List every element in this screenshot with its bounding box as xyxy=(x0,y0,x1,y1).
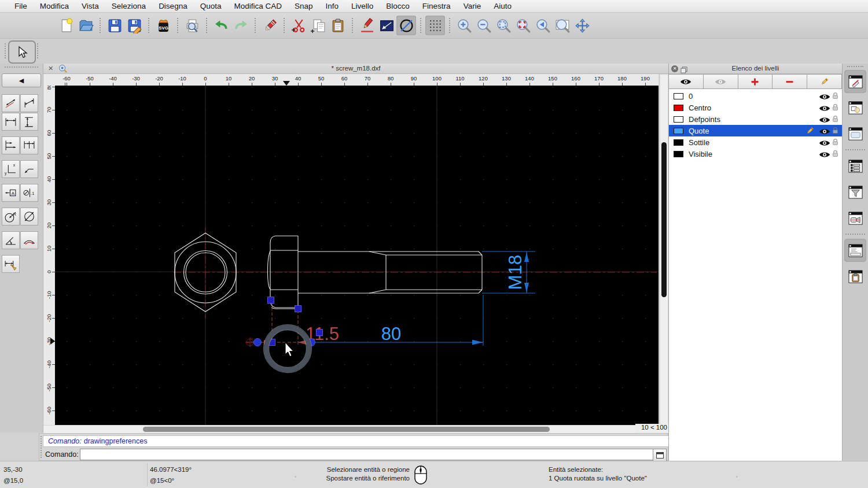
vertical-scrollbar-thumb[interactable] xyxy=(661,142,667,297)
menu-item-varie[interactable]: Varie xyxy=(457,2,488,10)
zoom-out-button[interactable] xyxy=(474,16,494,35)
dim-leader-button[interactable] xyxy=(20,160,38,178)
layer-visibility-icon[interactable] xyxy=(818,150,831,161)
redo-button[interactable] xyxy=(231,16,251,35)
paste-button[interactable] xyxy=(328,16,348,35)
panel-drag-handle[interactable] xyxy=(847,66,863,67)
command-input[interactable] xyxy=(80,449,654,460)
menu-item-file[interactable]: File xyxy=(8,2,34,10)
drawing-canvas[interactable]: M18 80 11.5 xyxy=(55,86,659,425)
layer-row-defpoints[interactable]: Defpoints xyxy=(669,113,842,125)
zoom-selected-button[interactable] xyxy=(513,16,533,35)
absolute-polar: 46.0977<319° xyxy=(150,466,192,473)
copy-button[interactable] xyxy=(308,16,328,35)
dim-vertical-button[interactable] xyxy=(20,113,38,131)
new-file-button[interactable] xyxy=(56,16,76,35)
menu-item-livello[interactable]: Livello xyxy=(345,2,380,10)
menu-item-quota[interactable]: Quota xyxy=(194,2,228,10)
layer-row-0[interactable]: 0 xyxy=(669,90,842,102)
grid-toggle-button[interactable] xyxy=(425,16,445,35)
menu-item-disegna[interactable]: Disegna xyxy=(152,2,194,10)
horizontal-scrollbar[interactable] xyxy=(43,425,635,433)
zoom-previous-button[interactable] xyxy=(533,16,553,35)
zoom-pan-button[interactable] xyxy=(572,16,592,35)
circle-2p-button[interactable] xyxy=(396,16,416,35)
panel-drag-handle[interactable] xyxy=(41,436,42,458)
save-button[interactable] xyxy=(105,16,124,35)
hide-all-layers-button[interactable] xyxy=(703,74,738,89)
dim-diametric-button[interactable] xyxy=(20,208,38,225)
horizontal-scrollbar-thumb[interactable] xyxy=(143,427,550,432)
cut-button[interactable] xyxy=(289,16,308,35)
menu-item-modifica[interactable]: Modifica xyxy=(34,2,75,10)
dock-pen-button[interactable] xyxy=(844,70,866,93)
dim-ordinate-button[interactable]: xy xyxy=(2,160,20,178)
edit-layer-icon[interactable] xyxy=(806,127,814,137)
ruler-label-x-130: 130 xyxy=(495,75,518,82)
menu-item-blocco[interactable]: Blocco xyxy=(380,2,416,10)
layer-lock-icon[interactable] xyxy=(832,150,839,159)
pointer-tool-button[interactable] xyxy=(8,40,36,64)
undo-button[interactable] xyxy=(211,16,231,35)
toolbar-drag-handle[interactable] xyxy=(37,43,38,58)
zoom-in-button[interactable] xyxy=(454,16,474,35)
dim-aligned-button[interactable] xyxy=(2,94,20,112)
dock-filter-button[interactable] xyxy=(844,180,866,204)
layer-row-centro[interactable]: Centro xyxy=(669,102,842,113)
dim-modify-button[interactable] xyxy=(2,255,20,273)
layer-lock-icon[interactable] xyxy=(832,103,839,113)
back-button[interactable]: ◀ xyxy=(2,73,41,87)
svg-export-button[interactable]: SVG xyxy=(153,16,173,35)
dock-library-button[interactable] xyxy=(844,122,866,145)
centerlines[interactable] xyxy=(174,227,657,318)
remove-layer-button[interactable] xyxy=(772,74,807,89)
dim-continue-button[interactable] xyxy=(20,136,38,154)
line-2p-button[interactable] xyxy=(377,16,396,35)
menu-item-finestra[interactable]: Finestra xyxy=(416,2,457,10)
dock-list-button[interactable] xyxy=(844,154,866,178)
selection-grips[interactable] xyxy=(254,297,323,346)
menu-item-modifica-cad[interactable]: Modifica CAD xyxy=(227,2,288,10)
zoom-auto-button[interactable] xyxy=(494,16,513,35)
dock-clipboard-button[interactable] xyxy=(844,265,866,288)
dim-radial-button[interactable]: R xyxy=(2,208,20,225)
dock-view-button[interactable] xyxy=(844,206,866,230)
dim-label-button[interactable]: A xyxy=(2,184,20,202)
save-as-button[interactable] xyxy=(124,16,144,35)
menu-item-snap[interactable]: Snap xyxy=(288,2,319,10)
print-preview-button[interactable] xyxy=(182,16,202,35)
panel-drag-handle[interactable] xyxy=(5,66,38,68)
layer-row-sottile[interactable]: Sottile xyxy=(669,136,842,148)
add-layer-button[interactable] xyxy=(738,74,773,89)
layer-lock-icon[interactable] xyxy=(832,127,839,136)
zoom-window-button[interactable] xyxy=(553,16,572,35)
bolt-side-view[interactable] xyxy=(268,236,483,310)
command-dock-button[interactable] xyxy=(653,449,667,461)
dock-blocks-button[interactable] xyxy=(844,96,866,119)
menu-item-info[interactable]: Info xyxy=(319,2,345,10)
dim-linear-button[interactable] xyxy=(20,94,38,112)
show-all-layers-button[interactable] xyxy=(668,74,704,89)
layer-row-visibile[interactable]: Visibile xyxy=(669,148,842,160)
menu-item-aiuto[interactable]: Aiuto xyxy=(487,2,518,10)
menu-item-vista[interactable]: Vista xyxy=(75,2,105,10)
dimension-80-label[interactable]: 80 xyxy=(381,324,401,344)
edit-layer-button[interactable] xyxy=(807,74,842,89)
delete-entities-button[interactable] xyxy=(260,16,279,35)
toolbar-drag-handle[interactable] xyxy=(5,43,6,58)
dim-horizontal-button[interactable] xyxy=(2,113,20,131)
layer-lock-icon[interactable] xyxy=(832,92,839,101)
dimension-m18-label[interactable]: M18 xyxy=(505,255,525,290)
dim-angular-button[interactable] xyxy=(2,231,20,249)
menu-item-seleziona[interactable]: Seleziona xyxy=(105,2,152,10)
dock-command-button[interactable] xyxy=(844,239,866,262)
open-file-button[interactable] xyxy=(76,16,95,35)
draw-pen-button[interactable] xyxy=(357,16,377,35)
vertical-scrollbar[interactable] xyxy=(660,74,668,425)
dim-arc-button[interactable] xyxy=(20,231,38,249)
dim-tolerance-button[interactable]: .1 xyxy=(20,184,38,202)
layer-row-quote[interactable]: Quote xyxy=(669,125,842,136)
dim-baseline-button[interactable] xyxy=(2,136,20,154)
layer-lock-icon[interactable] xyxy=(832,138,839,147)
layer-lock-icon[interactable] xyxy=(832,115,839,124)
